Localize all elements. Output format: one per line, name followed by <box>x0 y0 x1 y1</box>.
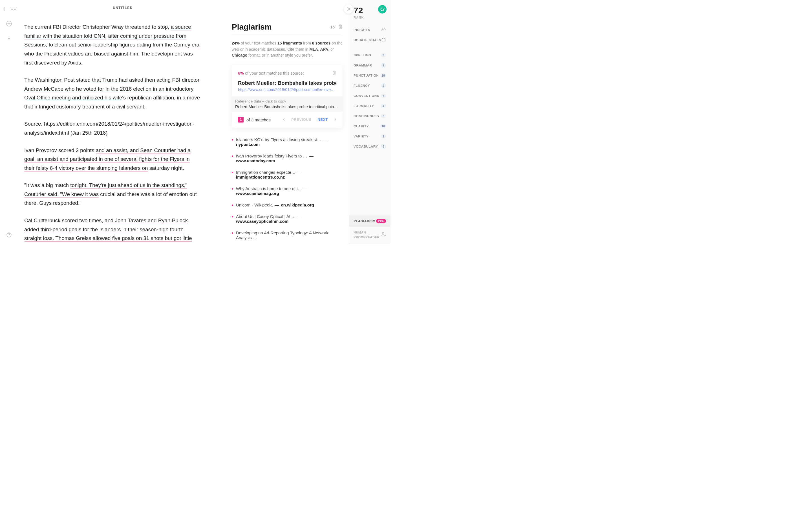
source-title: Why Australia is home to one of t… <box>236 186 302 191</box>
bullet-icon <box>232 216 233 217</box>
collapse-panel-button[interactable] <box>344 4 353 13</box>
stat-row-fluency[interactable]: FLUENCY2 <box>354 80 386 91</box>
bullet-icon <box>232 188 233 189</box>
source-domain: www.sciencemag.org <box>236 191 279 196</box>
source-item[interactable]: Immigration changes expecte… — immigrati… <box>232 166 343 183</box>
proofreader-icon <box>381 232 386 238</box>
download-button[interactable] <box>6 35 12 42</box>
bullet-icon <box>232 156 233 157</box>
document-header: UNTITLED <box>18 0 227 16</box>
source-item[interactable]: Developing an Ad-Reporting Typology: A N… <box>232 227 343 243</box>
stat-label: CONCISENESS <box>354 114 379 118</box>
stat-label: SPELLING <box>354 54 371 57</box>
stat-count-badge: 7 <box>381 94 386 98</box>
svg-point-2 <box>382 29 383 30</box>
source-item[interactable]: Unicorn - Wikipedia — en.wikipedia.org <box>232 199 343 211</box>
stat-row-grammar[interactable]: GRAMMAR9 <box>354 60 386 70</box>
paragraph[interactable]: "It was a big match tonight. They're jus… <box>24 181 201 208</box>
stat-row-formality[interactable]: FORMALITY4 <box>354 101 386 111</box>
plagiarism-panel: Plagiarism 15 24% of your text matches 1… <box>227 0 349 244</box>
stat-count-badge: 3 <box>381 114 386 118</box>
right-sidebar: 72 RANK INSIGHTS UPDATE GOALS SPELLING3G… <box>349 0 391 244</box>
paragraph[interactable]: Ivan Provorov scored 2 points and an ass… <box>24 146 201 173</box>
stat-label: PUNCTUATION <box>354 74 378 77</box>
source-item[interactable]: Why Australia is home to one of t… — www… <box>232 183 343 199</box>
bullet-icon <box>232 139 233 140</box>
stat-count-badge: 3 <box>381 53 386 57</box>
document-title[interactable]: UNTITLED <box>113 6 133 10</box>
source-title: About Us | Casey Optical | Al… <box>236 214 294 219</box>
stat-count-badge: 1 <box>381 134 386 138</box>
plagiarism-title: Plagiarism <box>232 22 272 32</box>
stat-row-conventions[interactable]: CONVENTIONS7 <box>354 91 386 101</box>
bullet-icon <box>232 232 233 234</box>
paragraph[interactable]: Cal Clutterbuck scored two times, and Jo… <box>24 216 201 243</box>
stat-row-clarity[interactable]: CLARITY10 <box>354 121 386 131</box>
match-percent-line: 6% of your text matches this source: <box>238 71 304 75</box>
source-item[interactable]: Ivan Provorov leads feisty Flyers to … —… <box>232 150 343 166</box>
source-title: Ivan Provorov leads feisty Flyers to … <box>236 154 307 158</box>
stat-label: VARIETY <box>354 135 368 138</box>
spinner-icon <box>382 38 386 42</box>
source-title: Islanders KO'd by Flyers as losing strea… <box>236 137 321 142</box>
previous-match-button[interactable]: PREVIOUS <box>291 118 311 122</box>
stat-label: FLUENCY <box>354 84 370 87</box>
match-card: 6% of your text matches this source: Rob… <box>232 65 343 128</box>
svg-point-4 <box>382 232 384 234</box>
stat-row-spelling[interactable]: SPELLING3 <box>354 50 386 60</box>
help-button[interactable] <box>6 231 12 238</box>
reference-copy-box[interactable]: Reference data – click to copy Robert Mu… <box>232 96 343 112</box>
plagiarism-stat-row[interactable]: PLAGIARISM 24% <box>349 216 391 227</box>
stat-label: CLARITY <box>354 124 369 128</box>
stat-label: VOCABULARY <box>354 145 378 148</box>
match-count-text: of 3 matches <box>246 117 271 122</box>
svg-point-3 <box>384 28 385 29</box>
match-index-badge: 1 <box>238 117 244 122</box>
bullet-icon <box>232 205 233 206</box>
stat-row-conciseness[interactable]: CONCISENESS3 <box>354 111 386 121</box>
source-item[interactable]: About Us | Casey Optical | Al… — www.cas… <box>232 211 343 227</box>
update-goals-link[interactable]: UPDATE GOALS <box>354 35 386 45</box>
chevron-left-icon <box>283 118 285 122</box>
stat-label: FORMALITY <box>354 104 374 108</box>
inbox-icon[interactable] <box>10 6 17 12</box>
dismiss-match-button[interactable] <box>332 70 336 76</box>
stat-row-punctuation[interactable]: PUNCTUATION10 <box>354 70 386 80</box>
plagiarism-summary: 24% of your text matches 15 fragments fr… <box>232 40 343 59</box>
paragraph[interactable]: The Washington Post stated that Trump ha… <box>24 75 201 111</box>
plagiarism-percent-badge: 24% <box>376 219 386 223</box>
paragraph[interactable]: The current FBI Director Christopher Wra… <box>24 22 201 67</box>
match-title[interactable]: Robert Mueller: Bombshells takes probe t… <box>238 80 336 86</box>
rank-label: RANK <box>354 16 386 19</box>
chevron-right-icon <box>334 118 336 122</box>
match-url[interactable]: https://www.cnn.com/2018/01/24/politics/… <box>238 87 336 92</box>
source-title: Immigration changes expecte… <box>236 170 296 175</box>
stat-row-variety[interactable]: VARIETY1 <box>354 131 386 142</box>
plagiarism-count: 15 <box>330 25 335 29</box>
stat-count-badge: 9 <box>381 63 386 68</box>
stat-count-badge: 10 <box>380 124 386 128</box>
source-domain: www.usatoday.com <box>236 158 275 163</box>
insights-icon <box>381 27 386 32</box>
next-match-button[interactable]: NEXT <box>317 118 328 122</box>
insights-link[interactable]: INSIGHTS <box>354 25 386 35</box>
stat-row-vocabulary[interactable]: VOCABULARY5 <box>354 142 386 152</box>
source-item[interactable]: Islanders KO'd by Flyers as losing strea… <box>232 134 343 150</box>
paragraph[interactable]: Source: https://edition.cnn.com/2018/01/… <box>24 119 201 137</box>
source-domain: en.wikipedia.org <box>281 203 314 207</box>
back-button[interactable] <box>1 6 8 12</box>
grammarly-logo[interactable] <box>378 5 387 13</box>
add-button[interactable] <box>6 20 12 27</box>
stat-label: CONVENTIONS <box>354 94 379 98</box>
human-proofreader-link[interactable]: HUMAN PROOFREADER <box>354 227 386 239</box>
stat-count-badge: 2 <box>381 83 386 88</box>
stat-count-badge: 5 <box>381 144 386 149</box>
mla-link[interactable]: MLA <box>309 47 318 52</box>
document-editor[interactable]: The current FBI Director Christopher Wra… <box>18 16 215 244</box>
stat-count-badge: 4 <box>381 104 386 108</box>
trash-icon[interactable] <box>338 24 343 30</box>
chicago-link[interactable]: Chicago <box>232 53 247 57</box>
source-domain: nypost.com <box>236 142 260 147</box>
bullet-icon <box>232 172 233 173</box>
apa-link[interactable]: APA <box>320 47 328 52</box>
